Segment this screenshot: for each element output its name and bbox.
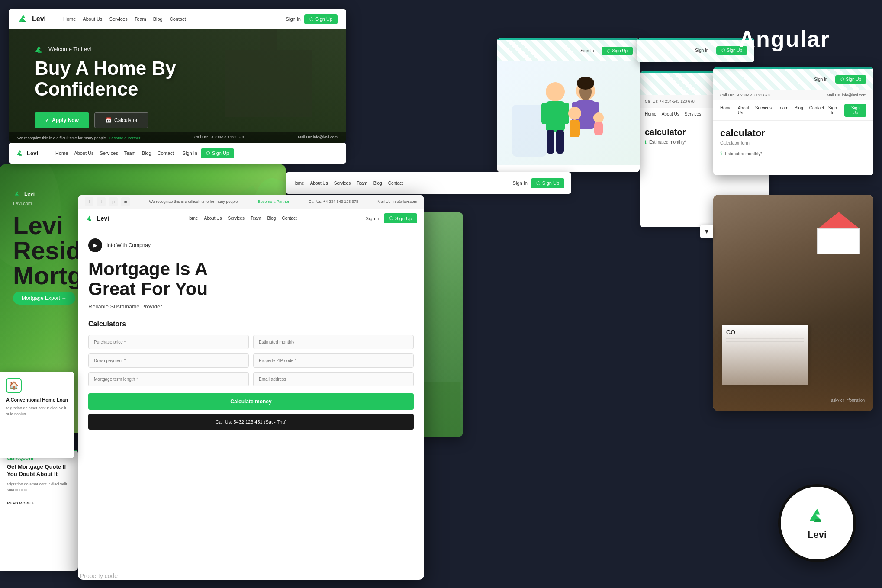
- mnav-about[interactable]: About Us: [204, 216, 222, 221]
- pinterest-icon[interactable]: p: [109, 197, 118, 206]
- home-icon-circle: 🏠: [6, 378, 22, 393]
- second-nav: Levi Home About Us Services Team Blog Co…: [9, 143, 346, 164]
- second-nav-contact[interactable]: Contact: [158, 151, 174, 156]
- signup-button[interactable]: ⬡ Sign Up: [304, 14, 338, 24]
- second-signin[interactable]: Sign In: [183, 151, 197, 156]
- dropdown-button[interactable]: ▼: [700, 225, 713, 238]
- estimated-monthly-input[interactable]: [253, 335, 414, 349]
- twitter-icon[interactable]: t: [97, 197, 106, 206]
- mortgage-term-input[interactable]: [88, 372, 249, 386]
- bottom-right-nav: Home About Us Services Team Blog Contact…: [286, 172, 571, 194]
- bnav-home: Home: [293, 181, 304, 186]
- calc-info-bar: Call Us: +4 234-543 123 678 Mail Us: inf…: [713, 90, 873, 100]
- second-signup-icon: ⬡: [206, 151, 210, 156]
- back-nav-services: Services: [685, 112, 701, 116]
- chevron-down-icon: ▼: [704, 228, 710, 235]
- main-hero-card: Levi Home About Us Services Team Blog Co…: [9, 9, 346, 143]
- calc-phone: Call Us: +4 234-543 123 678: [720, 93, 770, 97]
- play-button[interactable]: ▶: [88, 238, 102, 252]
- email-input[interactable]: [253, 372, 414, 386]
- nav-contact[interactable]: Contact: [170, 16, 186, 22]
- back-nav-home: Home: [645, 112, 657, 116]
- get-quote-card: GET A QUOTE Get Mortgage Quote If You Do…: [0, 450, 78, 571]
- quote-text: Migration do amet contur diaci velit sui…: [7, 482, 71, 493]
- mortgage-signin[interactable]: Sign In: [366, 216, 380, 221]
- purchase-price-input[interactable]: [88, 335, 249, 349]
- second-nav-logo: Levi: [16, 149, 38, 157]
- contact-phone: Call Us: +4 234-543 123 678: [194, 135, 244, 139]
- bnav-signup[interactable]: ⬡ Sign Up: [531, 178, 564, 188]
- svg-rect-18: [570, 120, 580, 137]
- become-partner-link[interactable]: Become a Partner: [109, 136, 141, 140]
- signin-button[interactable]: Sign In: [286, 16, 301, 22]
- svg-rect-6: [546, 101, 565, 132]
- bnav-contact: Contact: [388, 181, 403, 186]
- hero-title: Buy A Home By Confidence: [35, 58, 176, 100]
- home-loan-text: Migration do amet contur diaci velit sui…: [6, 405, 68, 417]
- second-nav-links: Home About Us Services Team Blog Contact: [55, 151, 174, 156]
- mortgage-subtitle: Reliable Sustainable Provider: [88, 303, 414, 310]
- bottom-notice: We recognize this is a difficult time fo…: [17, 133, 140, 141]
- angular-label: Angular: [739, 26, 830, 52]
- levi-circle-icon: [804, 506, 830, 527]
- svg-rect-10: [556, 130, 564, 154]
- svg-point-17: [568, 107, 581, 120]
- photo-right-card: CO ask? ck information: [713, 195, 873, 411]
- second-nav-team[interactable]: Team: [124, 151, 136, 156]
- calc-nav-signin[interactable]: Sign In: [824, 104, 841, 117]
- svg-marker-0: [19, 15, 26, 22]
- mortgage-body: ▶ Into With Compnay Mortgage Is A Great …: [78, 228, 424, 430]
- calculate-button[interactable]: Calculate money: [88, 393, 414, 410]
- svg-rect-8: [563, 103, 569, 124]
- property-zip-input[interactable]: [253, 353, 414, 368]
- second-signup[interactable]: ⬡ Sign Up: [201, 148, 234, 158]
- calc-nav-actions: Sign In Sign Up: [824, 104, 866, 117]
- info-icon: ℹ: [645, 140, 647, 145]
- nav-services[interactable]: Services: [109, 16, 128, 22]
- hero2-logo-text: Levi: [24, 191, 35, 197]
- mnav-team[interactable]: Team: [251, 216, 261, 221]
- svg-marker-29: [87, 215, 91, 220]
- house-model-area: [817, 212, 860, 254]
- calc-signup[interactable]: ⬡ Sign Up: [835, 75, 866, 84]
- nav-home[interactable]: Home: [63, 16, 76, 22]
- calc-body: calculator Calculator form ℹ Estimated m…: [713, 121, 873, 164]
- calculator-button[interactable]: 📅 Calculator: [94, 112, 148, 128]
- mnav-contact[interactable]: Contact: [282, 216, 296, 221]
- bnav-signin[interactable]: Sign In: [513, 180, 528, 186]
- calc-signin[interactable]: Sign In: [811, 75, 831, 84]
- svg-marker-37: [810, 509, 821, 521]
- apply-button[interactable]: ✓ Apply Now: [35, 112, 89, 128]
- nav-about[interactable]: About Us: [83, 16, 102, 22]
- mortgage-signup[interactable]: ⬡ Sign Up: [384, 213, 417, 223]
- top-signin-button[interactable]: Sign In: [692, 46, 712, 55]
- hero-buttons: ✓ Apply Now 📅 Calculator: [35, 112, 176, 128]
- home-icon: 🏠: [9, 381, 19, 390]
- facebook-icon[interactable]: f: [85, 197, 93, 206]
- bnav-team: Team: [357, 181, 367, 186]
- second-nav-about[interactable]: About Us: [74, 151, 93, 156]
- second-nav-home[interactable]: Home: [55, 151, 68, 156]
- second-nav-services[interactable]: Services: [100, 151, 118, 156]
- family-signin[interactable]: Sign In: [577, 47, 597, 55]
- nav-team[interactable]: Team: [135, 16, 146, 22]
- mnav-blog[interactable]: Blog: [267, 216, 276, 221]
- mortgage-signup-icon: ⬡: [389, 215, 393, 221]
- hero-content: Welcome To Levi Buy A Home By Confidence…: [35, 23, 176, 129]
- mnav-services[interactable]: Services: [228, 216, 245, 221]
- calc-nav-signup[interactable]: Sign Up: [844, 104, 866, 117]
- mortgage-partner-link[interactable]: Become a Partner: [258, 199, 290, 204]
- family-signup[interactable]: ⬡ Sign Up: [602, 47, 633, 55]
- down-payment-input[interactable]: [88, 353, 249, 368]
- mortgage-export-button[interactable]: Mortgage Export →: [13, 292, 75, 305]
- nav-blog[interactable]: Blog: [153, 16, 163, 22]
- property-code-area: Property code: [80, 572, 118, 579]
- hero-welcome: Welcome To Levi: [35, 45, 176, 54]
- instagram-icon[interactable]: in: [121, 197, 130, 206]
- call-us-button[interactable]: Call Us: 5432 123 451 (Sat - Thu): [88, 414, 414, 430]
- family-header: Sign In ⬡ Sign Up: [497, 40, 640, 61]
- logo-icon: [17, 13, 29, 25]
- mnav-home[interactable]: Home: [187, 216, 198, 221]
- second-nav-blog[interactable]: Blog: [142, 151, 151, 156]
- read-more-link[interactable]: READ MORE +: [7, 501, 34, 505]
